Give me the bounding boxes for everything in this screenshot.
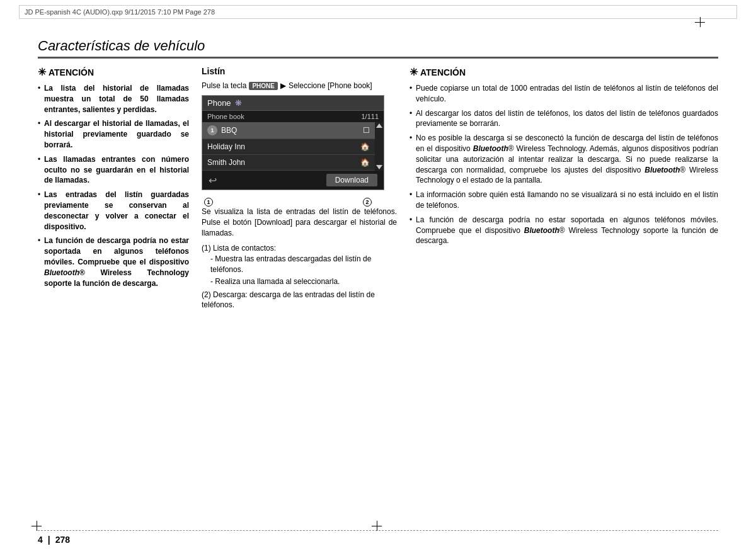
list-item: La lista del historial de llamadas muest… [38,83,189,115]
center-description: Se visualiza la lista de entradas del li… [202,207,397,238]
phone-entry-bbq: BBQ [221,126,237,135]
phone-footer: ↩ Download [202,171,384,190]
center-column: Listín Pulse la tecla PHONE ▶ Seleccione… [202,66,397,513]
phone-rows: 1 BBQ ☐ Holiday Inn 🏠 Smith John [202,122,375,171]
reg-mark-bottom-left [32,521,42,531]
right-atention-header: ✳ ATENCIÓN [410,66,718,78]
list-item: Las entradas del listín guardadas previa… [38,190,189,232]
registration-mark [695,17,705,27]
instruction-suffix: Seleccione [Phone book] [289,81,372,90]
center-section-title: Listín [202,66,397,76]
annotation-circle-1: 1 [207,125,217,135]
phonebook-count: 1/111 [361,113,379,120]
chapter-title-bar: Características de vehículo [38,38,718,59]
bluetooth-icon: ❋ [235,98,242,108]
list-item: La información sobre quién está llamando… [410,190,718,211]
scroll-down-icon[interactable] [376,165,382,169]
list-item: Puede copiarse un total de 1000 entradas… [410,83,718,105]
scroll-up-icon[interactable] [376,123,382,128]
phonebook-label: Phone book [207,113,244,120]
page-num-left: 4 [38,535,43,545]
snowflake-icon-left: ✳ [38,66,46,78]
item-1-label: (1) Lista de contactos: [202,244,276,253]
page-separator: | [48,535,50,545]
phone-row-bbq: 1 BBQ ☐ [202,122,375,139]
phone-entry-holiday: Holiday Inn [207,142,245,151]
document-header: JD PE-spanish 4C (AUDIO).qxp 9/11/2015 7… [19,5,737,19]
phone-button-label: PHONE [249,82,278,90]
sub-item-1-2: - Realiza una llamada al seleccionarla. [202,276,397,287]
left-atention-header: ✳ ATENCIÓN [38,66,189,78]
phone-rows-container: 1 BBQ ☐ Holiday Inn 🏠 Smith John [202,122,384,171]
numbered-list: (1) Lista de contactos: - Muestra las en… [202,243,397,310]
phone-screen: Phone ❋ Phone book 1/111 1 BBQ ☐ [202,95,384,190]
right-column: ✳ ATENCIÓN Puede copiarse un total de 10… [410,66,718,513]
back-button[interactable]: ↩ [209,174,217,186]
phone-row-smith: Smith John 🏠 [202,155,375,171]
reg-mark-bottom-center [372,521,382,531]
list-item: No es posible la descarga si se desconec… [410,133,718,186]
phone-label: Phone [207,98,231,108]
phone-row-holiday: Holiday Inn 🏠 [202,139,375,155]
list-item: Las llamadas entrantes con número oculto… [38,154,189,186]
left-bullet-list: La lista del historial de llamadas muest… [38,83,189,288]
item-2-label: (2) Descarga: descarga de las entradas d… [202,290,375,310]
instruction-prefix: Pulse la tecla [202,81,246,90]
left-atention-label: ATENCIÓN [49,67,94,77]
header-text: JD PE-spanish 4C (AUDIO).qxp 9/11/2015 7… [25,8,215,16]
content-area: ✳ ATENCIÓN La lista del historial de lla… [38,66,718,513]
right-bullet-list: Puede copiarse un total de 1000 entradas… [410,83,718,246]
chapter-title: Características de vehículo [38,38,718,54]
annotation-2: 2 [363,196,373,207]
list-item: La función de descarga podría no estar s… [410,215,718,246]
instruction-line: Pulse la tecla PHONE ▶ Seleccione [Phone… [202,81,397,90]
annotation-1: 1 [204,196,214,207]
phone-entry-icon-bbq: ☐ [363,126,370,135]
list-item: La función de descarga podría no estar s… [38,236,189,288]
right-atention-label: ATENCIÓN [420,67,466,77]
phone-entry-icon-holiday: 🏠 [360,142,370,151]
arrow-icon: ▶ [280,81,286,90]
left-column: ✳ ATENCIÓN La lista del historial de lla… [38,66,189,513]
download-button[interactable]: Download [326,174,377,186]
page-num-right: 278 [55,535,70,545]
scroll-bar [375,122,384,171]
page-footer: 4 | 278 [38,530,718,545]
annotations-row: 1 2 [202,196,397,207]
list-item: Al descargar el historial de llamadas, e… [38,118,189,150]
list-item: Al descargar los datos del listín de tel… [410,108,718,130]
phone-screen-header: Phone ❋ [202,96,384,111]
sub-item-1-1: - Muestra las entradas descargadas del l… [202,254,397,275]
numbered-item-1: (1) Lista de contactos: - Muestra las en… [202,243,397,287]
phone-entry-icon-smith: 🏠 [360,158,370,167]
snowflake-icon-right: ✳ [410,66,418,78]
phone-title: Phone ❋ [207,98,242,108]
numbered-item-2: (2) Descarga: descarga de las entradas d… [202,290,397,311]
phone-entry-smith: Smith John [207,158,245,167]
phone-subheader: Phone book 1/111 [202,111,384,122]
